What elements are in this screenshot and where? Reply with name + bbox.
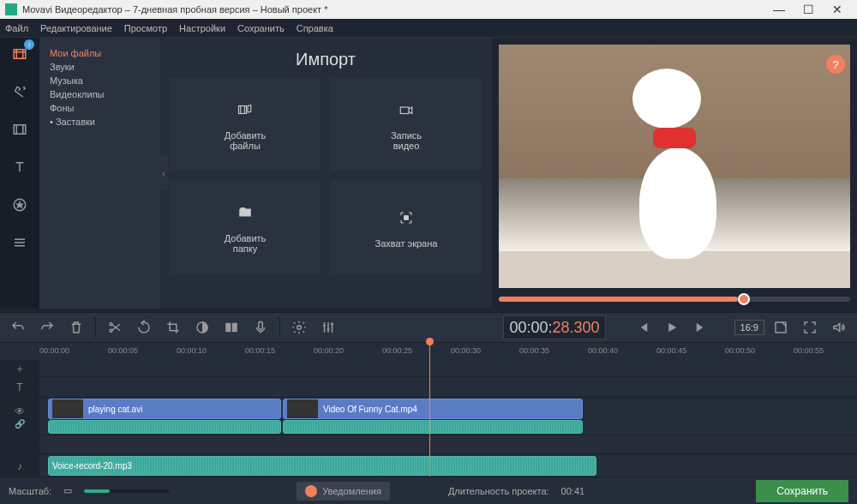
clip-video2[interactable]: Video Of Funny Cat.mp4 [283,399,583,419]
film-music-icon [231,98,260,122]
clip-label: Voice-record-20.mp3 [52,461,132,471]
svg-rect-4 [400,107,409,114]
tile-label: Захват экрана [375,238,438,249]
undo-button[interactable] [5,315,31,339]
fit-zoom-icon[interactable]: ▭ [63,485,72,496]
aspect-ratio[interactable]: 16:9 [734,320,764,335]
svg-rect-11 [259,321,263,329]
svg-point-7 [110,329,112,332]
redo-button[interactable] [34,315,60,339]
clip-audio1[interactable]: Voice-record-20.mp3 [48,456,596,476]
menu-save[interactable]: Сохранить [237,23,285,33]
sidebar-titles[interactable] [7,154,33,180]
title-track[interactable] [39,377,857,398]
audio-track[interactable]: Voice-record-20.mp3 [39,454,857,478]
tile-record-video[interactable]: Запись видео [331,78,482,171]
sidebar-more[interactable] [7,230,33,255]
tile-add-files[interactable]: Добавить файлы [170,78,321,171]
notifications-button[interactable]: Уведомления [297,482,390,501]
seekbar-fill [499,297,738,302]
transition-wizard-button[interactable] [219,315,244,339]
badge-icon: ! [24,39,34,50]
timecode[interactable]: 00:00:28.300 [503,315,605,339]
category-sounds[interactable]: Звуки [50,60,149,74]
clip-video1[interactable]: playing cat.avi [48,399,281,419]
next-frame-button[interactable] [688,315,714,339]
bell-icon [305,485,317,497]
tracks: playing cat.avi Video Of Funny Cat.mp4 V… [0,360,857,478]
menu-edit[interactable]: Редактирование [40,23,112,33]
prev-frame-button[interactable] [630,315,656,339]
menu-settings[interactable]: Настройки [179,23,225,33]
ruler-tick: 00:00:40 [588,346,618,355]
sidebar-import[interactable]: ! [7,41,33,67]
preview-panel: ? [492,38,857,309]
ruler-tick: 00:00:55 [794,346,824,355]
menu-help[interactable]: Справка [297,23,333,33]
record-audio-button[interactable] [248,315,273,339]
collapse-categories[interactable]: ‹ [159,156,168,190]
category-my-files[interactable]: Мои файлы [50,46,149,60]
save-button[interactable]: Сохранить [756,480,848,502]
window-title: Movavi Видеоредактор – 7-дневная пробная… [22,4,764,15]
clip-linked-audio2[interactable] [283,420,583,434]
sidebar-stickers[interactable] [7,192,33,218]
category-music[interactable]: Музыка [50,74,149,87]
category-backgrounds[interactable]: Фоны [50,101,149,115]
help-button[interactable]: ? [826,55,845,74]
volume-button[interactable] [826,315,852,339]
menu-file[interactable]: Файл [5,23,28,33]
zoom-slider[interactable] [84,489,170,493]
split-button[interactable] [102,315,128,339]
import-title: Импорт [159,38,492,78]
clip-linked-audio1[interactable] [48,420,281,434]
sidebar: ! [0,38,39,309]
ruler-tick: 00:00:00 [39,346,69,355]
video-track[interactable]: playing cat.avi Video Of Funny Cat.mp4 [39,398,857,435]
maximize-button[interactable]: ☐ [794,3,823,16]
tile-screen-capture[interactable]: Захват экрана [331,181,482,273]
unpin-preview-button[interactable] [768,315,794,339]
timecode-prefix: 00:00: [509,319,552,336]
ruler-tick: 00:00:10 [177,346,207,355]
delete-button[interactable] [63,315,89,339]
menubar: Файл Редактирование Просмотр Настройки С… [0,19,857,38]
folder-icon [231,201,260,225]
play-button[interactable] [659,315,685,339]
spacer-track [39,435,857,454]
import-tiles: Добавить файлы Запись видео Добавить пап… [159,78,492,284]
color-button[interactable] [189,315,215,339]
menu-view[interactable]: Просмотр [124,23,167,33]
ruler[interactable]: 00:00:00 00:00:05 00:00:10 00:00:15 00:0… [0,343,857,360]
tile-label: Добавить папку [225,233,267,254]
timeline: 00:00:00 00:00:05 00:00:10 00:00:15 00:0… [0,343,857,480]
close-button[interactable]: ✕ [823,3,852,16]
tile-add-folder[interactable]: Добавить папку [170,181,321,273]
adjustments-button[interactable] [315,315,341,339]
svg-rect-3 [239,106,247,114]
duration-label: Длительность проекта: [448,486,549,496]
playhead[interactable] [429,343,430,480]
seekbar[interactable] [499,297,850,302]
statusbar: Масштаб: ▭ Уведомления Длительность прое… [0,477,857,504]
tile-label: Запись видео [391,130,422,151]
seekbar-thumb[interactable] [738,293,750,305]
ruler-tick: 00:00:15 [245,346,275,355]
clip-properties-button[interactable] [286,315,312,339]
category-videoclips[interactable]: Видеоклипы [50,87,149,101]
rotate-button[interactable] [131,315,157,339]
app-icon [5,3,17,15]
ruler-tick: 00:00:20 [314,346,344,355]
preview-video[interactable] [499,45,850,288]
minimize-button[interactable]: — [764,3,794,16]
sidebar-transitions[interactable] [7,117,33,142]
svg-rect-9 [225,323,231,333]
spacer-track [39,360,857,377]
duration-value: 00:41 [561,486,585,496]
sidebar-filters[interactable] [7,79,33,105]
fullscreen-button[interactable] [797,315,823,339]
svg-rect-10 [232,323,237,333]
svg-point-6 [110,323,112,326]
category-intros[interactable]: Заставки [50,115,149,129]
crop-button[interactable] [160,315,186,339]
